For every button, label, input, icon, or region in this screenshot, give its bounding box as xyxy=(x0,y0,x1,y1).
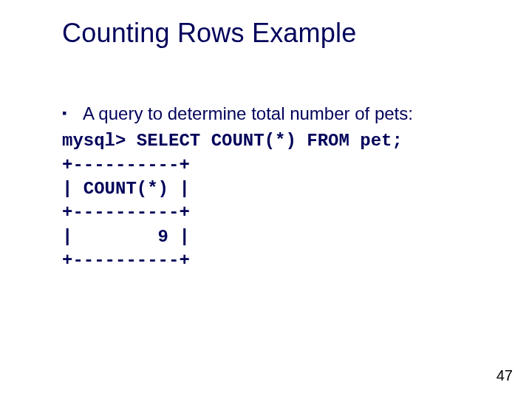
square-bullet-icon: ▪ xyxy=(62,102,83,125)
page-number: 47 xyxy=(497,367,513,384)
bullet-item: ▪ A query to determine total number of p… xyxy=(62,102,488,125)
code-output: mysql> SELECT COUNT(*) FROM pet; +------… xyxy=(62,129,488,273)
slide-title: Counting Rows Example xyxy=(62,18,356,49)
bullet-text: A query to determine total number of pet… xyxy=(83,102,413,125)
slide-body: ▪ A query to determine total number of p… xyxy=(62,102,488,273)
slide: Counting Rows Example ▪ A query to deter… xyxy=(0,0,532,399)
